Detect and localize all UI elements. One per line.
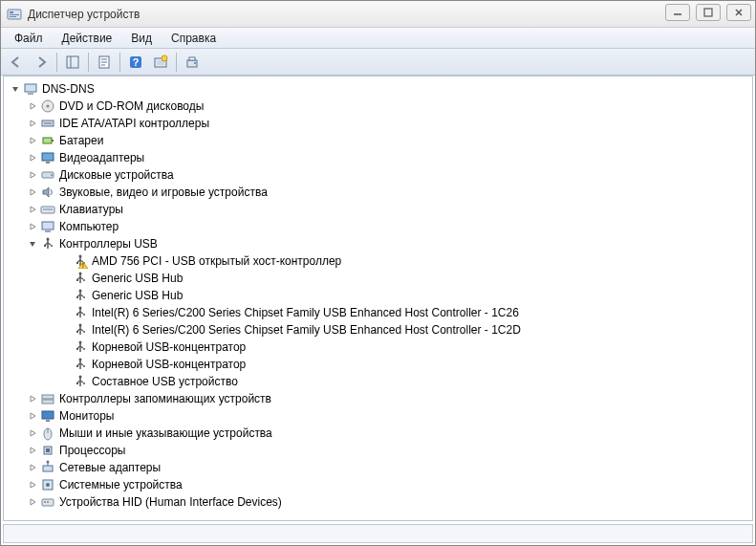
tree-device[interactable]: Корневой USB-концентратор xyxy=(6,356,750,373)
properties-button[interactable] xyxy=(93,52,116,73)
expander-icon[interactable] xyxy=(27,204,38,215)
tree-node-label: Generic USB Hub xyxy=(92,287,183,304)
back-button[interactable] xyxy=(5,52,28,73)
svg-point-21 xyxy=(194,62,196,64)
maximize-button[interactable] xyxy=(696,4,721,21)
sound-icon xyxy=(40,185,55,200)
tree-category[interactable]: Контроллеры запоминающих устройств xyxy=(6,390,750,407)
expander-icon[interactable] xyxy=(27,393,38,404)
tree-node-label: Звуковые, видео и игровые устройства xyxy=(59,184,268,201)
tree-category[interactable]: Мыши и иные указывающие устройства xyxy=(6,425,750,442)
svg-rect-62 xyxy=(76,296,78,298)
forward-button[interactable] xyxy=(30,52,53,73)
tree-category[interactable]: Компьютер xyxy=(6,218,750,235)
svg-rect-92 xyxy=(76,382,78,384)
tree-category[interactable]: Дисковые устройства xyxy=(6,166,750,184)
menubar: Файл Действие Вид Справка xyxy=(1,28,755,49)
tree-device[interactable]: Generic USB Hub xyxy=(6,270,750,287)
tree-device[interactable]: Составное USB устройство xyxy=(6,373,750,390)
tree-category[interactable]: Звуковые, видео и игровые устройства xyxy=(6,184,750,201)
tree-node-label: Intel(R) 6 Series/C200 Series Chipset Fa… xyxy=(92,321,521,339)
app-icon xyxy=(7,7,22,22)
svg-point-75 xyxy=(83,331,85,333)
disc-icon xyxy=(40,98,55,114)
tree-category[interactable]: Процессоры xyxy=(6,442,750,459)
tree-device[interactable]: !AMD 756 PCI - USB открытый хост-контрол… xyxy=(6,252,750,270)
svg-rect-97 xyxy=(46,420,50,422)
tree-node-label: Батареи xyxy=(59,132,103,149)
storage-icon xyxy=(40,391,55,406)
expander-icon[interactable] xyxy=(27,118,38,129)
expander-icon[interactable] xyxy=(27,135,38,146)
tree-category[interactable]: Устройства HID (Human Interface Devices) xyxy=(6,493,750,511)
toolbar-separator xyxy=(88,53,89,72)
svg-rect-22 xyxy=(25,84,36,92)
tree-category[interactable]: Клавиатуры xyxy=(6,201,750,218)
menu-view[interactable]: Вид xyxy=(121,30,162,47)
svg-rect-5 xyxy=(704,9,712,16)
tree-category[interactable]: Мониторы xyxy=(6,407,750,425)
window-controls xyxy=(665,4,751,21)
expander-icon[interactable] xyxy=(27,221,38,232)
cpu-icon xyxy=(40,443,55,458)
svg-point-104 xyxy=(47,461,50,464)
expander-icon[interactable] xyxy=(27,100,38,112)
expander-icon[interactable] xyxy=(27,445,38,456)
tree-node-label: Мыши и иные указывающие устройства xyxy=(59,425,272,442)
tree-node-label: Компьютер xyxy=(59,218,119,235)
scan-hardware-button[interactable] xyxy=(149,52,172,73)
expander-icon[interactable] xyxy=(27,186,38,198)
menu-action[interactable]: Действие xyxy=(53,30,122,47)
device-tree[interactable]: DNS-DNSDVD и CD-ROM дисководыIDE ATA/ATA… xyxy=(4,76,752,514)
expander-icon[interactable] xyxy=(27,410,38,422)
tree-category[interactable]: Видеоадаптеры xyxy=(6,149,750,166)
expander-icon[interactable] xyxy=(27,238,38,250)
ide-icon xyxy=(40,116,55,131)
computer-icon xyxy=(40,219,55,234)
menu-help[interactable]: Справка xyxy=(162,30,226,47)
tree-node-label: Процессоры xyxy=(59,442,126,459)
tree-root[interactable]: DNS-DNS xyxy=(6,80,750,98)
show-hide-tree-button[interactable] xyxy=(61,52,84,73)
tree-node-label: Контроллеры USB xyxy=(59,235,158,252)
tree-node-label: Контроллеры запоминающих устройств xyxy=(59,390,271,407)
tree-category[interactable]: Системные устройства xyxy=(6,476,750,493)
expander-icon[interactable] xyxy=(27,496,38,508)
expander-icon[interactable] xyxy=(27,479,38,491)
svg-rect-28 xyxy=(43,138,52,143)
close-button[interactable] xyxy=(726,4,751,21)
svg-point-93 xyxy=(83,382,85,384)
tree-node-label: Устройства HID (Human Interface Devices) xyxy=(59,493,282,511)
tree-node-label: AMD 756 PCI - USB открытый хост-контролл… xyxy=(92,252,341,270)
tree-category[interactable]: DVD и CD-ROM дисководы xyxy=(6,98,750,115)
help-button[interactable]: ? xyxy=(124,52,147,73)
svg-rect-74 xyxy=(76,331,78,333)
expander-icon[interactable] xyxy=(27,152,38,164)
usb-icon xyxy=(73,271,88,286)
usb-icon xyxy=(73,322,88,338)
tree-device[interactable]: Корневой USB-концентратор xyxy=(6,339,750,356)
expander-icon[interactable] xyxy=(27,462,38,473)
tree-device[interactable]: Intel(R) 6 Series/C200 Series Chipset Fa… xyxy=(6,304,750,321)
tree-category[interactable]: Сетевые адаптеры xyxy=(6,459,750,476)
expander-icon[interactable] xyxy=(27,427,38,439)
toolbar-separator xyxy=(176,53,177,72)
devices-printers-button[interactable] xyxy=(181,52,204,73)
tree-node-label: Системные устройства xyxy=(59,476,183,493)
tree-category[interactable]: IDE ATA/ATAPI контроллеры xyxy=(6,115,750,132)
mouse-icon xyxy=(40,426,55,441)
tree-node-label: IDE ATA/ATAPI контроллеры xyxy=(59,115,209,132)
menu-file[interactable]: Файл xyxy=(5,30,53,47)
tree-category[interactable]: Батареи xyxy=(6,132,750,149)
svg-point-108 xyxy=(44,501,46,503)
svg-rect-95 xyxy=(42,400,54,404)
tree-node-label: DNS-DNS xyxy=(42,80,95,98)
tree-category[interactable]: Контроллеры USB xyxy=(6,235,750,252)
tree-device[interactable]: Generic USB Hub xyxy=(6,287,750,304)
minimize-button[interactable] xyxy=(665,4,690,21)
expander-icon[interactable] xyxy=(27,169,38,181)
tree-device[interactable]: Intel(R) 6 Series/C200 Series Chipset Fa… xyxy=(6,321,750,339)
svg-rect-36 xyxy=(42,222,54,229)
svg-rect-2 xyxy=(10,14,19,15)
expander-icon[interactable] xyxy=(10,83,21,95)
